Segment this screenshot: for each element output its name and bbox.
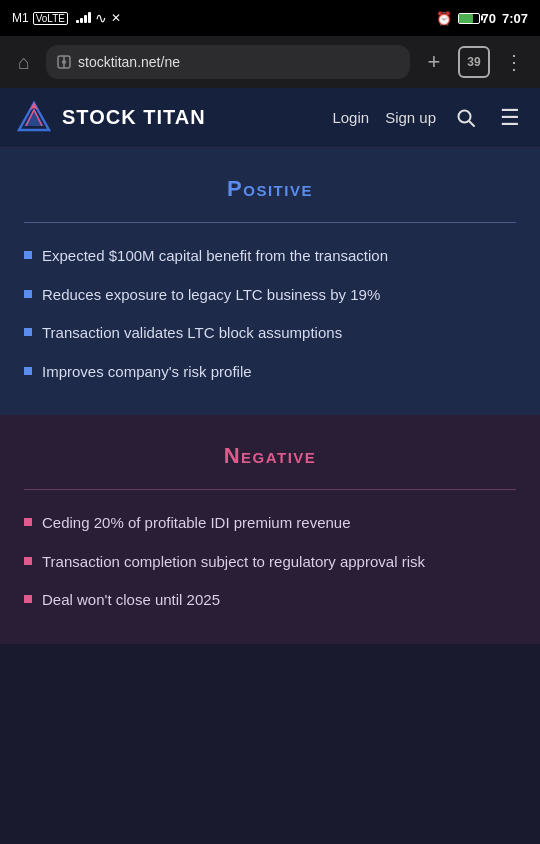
login-link[interactable]: Login <box>332 109 369 126</box>
positive-section-title: Positive <box>24 176 516 202</box>
carrier-type-badge: VoLTE <box>33 12 68 25</box>
list-item: Reduces exposure to legacy LTC business … <box>24 284 516 307</box>
negative-divider <box>24 489 516 490</box>
bullet-icon <box>24 367 32 375</box>
bullet-icon <box>24 557 32 565</box>
svg-point-1 <box>62 60 66 64</box>
menu-button[interactable]: ☰ <box>496 104 524 132</box>
list-item-text: Deal won't close until 2025 <box>42 589 220 612</box>
logo-icon <box>16 100 52 136</box>
list-item: Ceding 20% of profitable IDI premium rev… <box>24 512 516 535</box>
browser-home-button[interactable]: ⌂ <box>10 48 38 76</box>
list-item-text: Reduces exposure to legacy LTC business … <box>42 284 380 307</box>
time-display: 7:07 <box>502 11 528 26</box>
browser-menu-button[interactable]: ⋮ <box>498 46 530 78</box>
status-indicators: ⏰ 70 7:07 <box>436 11 529 26</box>
status-bar: M1 VoLTE ∿ ✕ ⏰ 70 7:07 <box>0 0 540 36</box>
carrier-name: M1 <box>12 11 29 25</box>
search-button[interactable] <box>452 104 480 132</box>
negative-list: Ceding 20% of profitable IDI premium rev… <box>24 512 516 612</box>
list-item-text: Expected $100M capital benefit from the … <box>42 245 388 268</box>
wifi-icon: ∿ <box>95 10 107 26</box>
browser-url-bar[interactable]: stocktitan.net/ne <box>46 45 410 79</box>
page-content: Positive Expected $100M capital benefit … <box>0 148 540 644</box>
bullet-icon <box>24 518 32 526</box>
list-item-text: Transaction completion subject to regula… <box>42 551 425 574</box>
list-item: Transaction validates LTC block assumpti… <box>24 322 516 345</box>
signal-icon <box>76 11 91 26</box>
network-icon: ✕ <box>111 11 121 25</box>
carrier-info: M1 VoLTE ∿ ✕ <box>12 10 121 26</box>
battery-indicator: 70 <box>458 11 496 26</box>
negative-section-title: Negative <box>24 443 516 469</box>
list-item-text: Ceding 20% of profitable IDI premium rev… <box>42 512 351 535</box>
list-item: Expected $100M capital benefit from the … <box>24 245 516 268</box>
svg-line-5 <box>469 121 474 126</box>
tabs-button[interactable]: 39 <box>458 46 490 78</box>
list-item: Transaction completion subject to regula… <box>24 551 516 574</box>
list-item-text: Improves company's risk profile <box>42 361 252 384</box>
list-item: Improves company's risk profile <box>24 361 516 384</box>
browser-toolbar: ⌂ stocktitan.net/ne + 39 ⋮ <box>0 36 540 88</box>
positive-divider <box>24 222 516 223</box>
list-item: Deal won't close until 2025 <box>24 589 516 612</box>
new-tab-button[interactable]: + <box>418 46 450 78</box>
site-logo[interactable]: STOCK TITAN <box>16 100 206 136</box>
negative-section: Negative Ceding 20% of profitable IDI pr… <box>0 415 540 644</box>
battery-percent: 70 <box>482 11 496 26</box>
url-text: stocktitan.net/ne <box>78 54 180 70</box>
bullet-icon <box>24 251 32 259</box>
site-security-icon <box>56 54 72 70</box>
nav-links: Login Sign up ☰ <box>332 104 524 132</box>
site-title: STOCK TITAN <box>62 106 206 129</box>
alarm-icon: ⏰ <box>436 11 452 26</box>
bullet-icon <box>24 595 32 603</box>
bullet-icon <box>24 328 32 336</box>
positive-section: Positive Expected $100M capital benefit … <box>0 148 540 415</box>
site-navigation: STOCK TITAN Login Sign up ☰ <box>0 88 540 148</box>
list-item-text: Transaction validates LTC block assumpti… <box>42 322 342 345</box>
bullet-icon <box>24 290 32 298</box>
signup-link[interactable]: Sign up <box>385 109 436 126</box>
positive-list: Expected $100M capital benefit from the … <box>24 245 516 383</box>
